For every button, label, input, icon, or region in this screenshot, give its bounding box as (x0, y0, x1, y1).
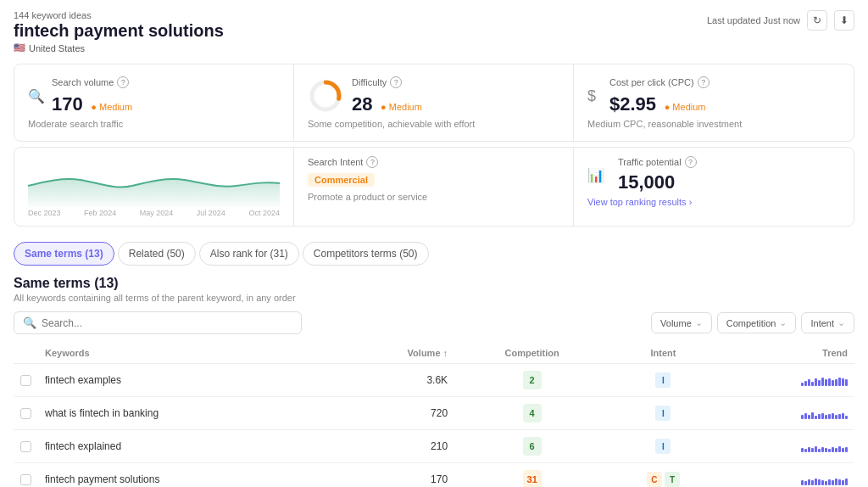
trend-bar (815, 446, 817, 452)
competition-cell: 31 (454, 463, 609, 488)
cpc-help-icon[interactable]: ? (698, 76, 709, 88)
tab-competitors-terms[interactable]: Competitors terms (50) (303, 242, 429, 266)
tabs-row: Same terms (13) Related (50) Also rank f… (0, 232, 868, 266)
difficulty-value: 28 (352, 93, 372, 115)
download-button[interactable]: ⬇ (834, 10, 854, 31)
trend-bar (828, 449, 831, 452)
trend-bar (842, 480, 844, 485)
trend-bar (838, 378, 841, 386)
volume-cell: 170 (331, 463, 454, 488)
section-heading: Same terms (13) (14, 276, 854, 291)
keyword-cell: fintech explained (38, 430, 331, 463)
refresh-button[interactable]: ↻ (807, 10, 827, 31)
difficulty-badge: ● Medium (381, 102, 422, 112)
trend-bar (818, 479, 821, 485)
tab-related[interactable]: Related (50) (118, 242, 196, 266)
section-title: Same terms (13) All keywords containing … (0, 266, 868, 303)
keyword-cell: fintech examples (38, 364, 331, 397)
intent-badge-i: I (655, 406, 670, 421)
search-input[interactable] (42, 317, 292, 329)
trend-bars (801, 439, 848, 452)
trend-bar (832, 380, 834, 386)
trend-bar (808, 479, 810, 485)
trend-bars (801, 406, 848, 419)
intent-cell: I (609, 430, 716, 463)
intent-cell: I (609, 397, 716, 430)
cpc-cell: $ Cost per click (CPC) ? $2.95 ● Medium … (574, 64, 854, 141)
search-box[interactable]: 🔍 (14, 311, 302, 334)
trend-bar (801, 415, 804, 419)
traffic-icon: 📊 (587, 167, 604, 183)
difficulty-help-icon[interactable]: ? (390, 76, 402, 88)
competition-badge: 2 (523, 371, 542, 389)
volume-filter-button[interactable]: Volume ⌄ (651, 312, 712, 333)
trend-bar (801, 383, 804, 386)
intent-cell: I (609, 364, 716, 397)
trend-bar (828, 414, 831, 419)
row-checkbox[interactable] (20, 441, 31, 452)
competition-cell: 4 (454, 397, 609, 430)
table-row: what is fintech in banking7204I (14, 397, 854, 430)
row-checkbox[interactable] (20, 474, 31, 485)
competition-filter-button[interactable]: Competition ⌄ (717, 312, 797, 333)
cpc-desc: Medium CPC, reasonable investment (587, 119, 840, 129)
trend-bar (804, 413, 807, 419)
trend-chart (28, 156, 280, 207)
view-top-ranking-link[interactable]: View top ranking results › (587, 197, 840, 207)
competition-badge: 6 (523, 437, 542, 456)
trend-bars (801, 472, 848, 485)
section-desc: All keywords containing all terms of the… (14, 293, 854, 303)
difficulty-donut-chart (308, 78, 343, 114)
difficulty-label: Difficulty (352, 77, 387, 87)
volume-cell: 210 (331, 430, 454, 463)
col-keywords: Keywords (38, 343, 331, 364)
trend-bar (845, 379, 848, 386)
flag-icon: 🇺🇸 (14, 42, 25, 53)
row-checkbox[interactable] (20, 408, 31, 419)
keywords-table-wrap: Keywords Volume ↑ Competition Intent Tre… (0, 343, 868, 487)
traffic-potential-value: 15,000 (618, 171, 697, 193)
competition-badge: 4 (523, 404, 542, 423)
trend-cell (717, 364, 854, 397)
tab-same-terms[interactable]: Same terms (13) (14, 242, 114, 266)
trend-bar (815, 479, 817, 485)
trend-bar (845, 447, 848, 452)
keyword-cell: what is fintech in banking (38, 397, 331, 430)
cpc-label: Cost per click (CPC) (609, 77, 694, 87)
intent-badge-i: I (655, 372, 670, 388)
trend-bar (842, 378, 844, 386)
last-updated: Last updated Just now (707, 15, 800, 25)
trend-bar (835, 448, 837, 452)
search-volume-value: 170 (52, 93, 83, 115)
intent-cell: C T (609, 463, 716, 488)
trend-bar (835, 379, 837, 386)
trend-bar (828, 479, 831, 485)
trend-bar (825, 481, 827, 485)
trend-bar (815, 416, 817, 419)
traffic-potential-help-icon[interactable]: ? (685, 156, 697, 168)
trend-bar (832, 413, 834, 419)
search-icon: 🔍 (28, 88, 45, 104)
trend-cell (717, 397, 854, 430)
col-volume[interactable]: Volume ↑ (331, 343, 454, 364)
trend-bar (842, 413, 844, 419)
trend-bar (801, 480, 804, 485)
trend-bar (832, 480, 834, 485)
trend-bar (835, 415, 837, 419)
trend-bar (808, 379, 810, 386)
dollar-icon: $ (587, 87, 596, 105)
trend-bar (825, 448, 827, 452)
search-icon-sm: 🔍 (23, 316, 36, 329)
search-intent-help-icon[interactable]: ? (366, 156, 378, 168)
row-checkbox[interactable] (20, 375, 31, 386)
trend-bar (838, 446, 841, 452)
keyword-title: fintech payment solutions (14, 20, 224, 41)
trend-bar (808, 447, 810, 452)
intent-filter-button[interactable]: Intent ⌄ (801, 312, 854, 333)
search-volume-help-icon[interactable]: ? (117, 76, 129, 88)
trend-bar (821, 447, 824, 452)
tab-also-rank-for[interactable]: Also rank for (31) (199, 242, 299, 266)
trend-bar (821, 378, 824, 386)
trend-cell (717, 463, 854, 488)
traffic-potential-label: Traffic potential (618, 157, 682, 167)
